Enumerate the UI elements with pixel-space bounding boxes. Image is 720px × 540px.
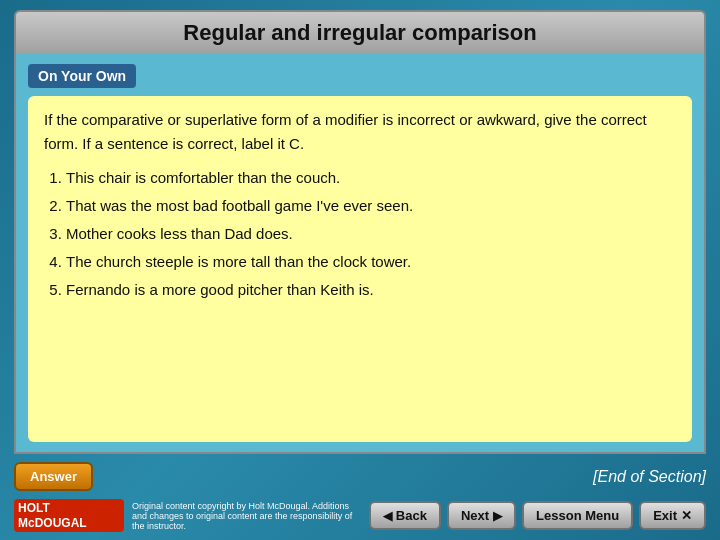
section-label: On Your Own xyxy=(28,64,136,88)
list-item: This chair is comfortabler than the couc… xyxy=(66,166,676,190)
back-button[interactable]: ◀ Back xyxy=(369,501,441,530)
answer-button[interactable]: Answer xyxy=(14,462,93,491)
exit-button[interactable]: Exit ✕ xyxy=(639,501,706,530)
next-arrow-icon: ▶ xyxy=(493,509,502,523)
intro-text: If the comparative or superlative form o… xyxy=(44,108,676,156)
next-button[interactable]: Next ▶ xyxy=(447,501,516,530)
bottom-bar: Answer [End of Section] xyxy=(14,454,706,495)
nav-bar: HOLTMcDOUGAL Original content copyright … xyxy=(14,495,706,534)
exit-label: Exit xyxy=(653,508,677,523)
page-wrapper: Regular and irregular comparison On Your… xyxy=(0,0,720,540)
back-label: Back xyxy=(396,508,427,523)
nav-buttons: ◀ Back Next ▶ Lesson Menu Exit ✕ xyxy=(369,501,706,530)
next-label: Next xyxy=(461,508,489,523)
exit-x-icon: ✕ xyxy=(681,508,692,523)
logo-text: HOLTMcDOUGAL xyxy=(18,501,87,530)
copyright-text: Original content copyright by Holt McDou… xyxy=(132,501,361,531)
list-item: The church steeple is more tall than the… xyxy=(66,250,676,274)
content-box: If the comparative or superlative form o… xyxy=(28,96,692,442)
list-item: Mother cooks less than Dad does. xyxy=(66,222,676,246)
end-section-label: [End of Section] xyxy=(593,468,706,486)
exercise-list: This chair is comfortabler than the couc… xyxy=(44,166,676,302)
page-title: Regular and irregular comparison xyxy=(14,10,706,54)
list-item: Fernando is a more good pitcher than Kei… xyxy=(66,278,676,302)
lesson-menu-button[interactable]: Lesson Menu xyxy=(522,501,633,530)
holt-logo: HOLTMcDOUGAL xyxy=(14,499,124,532)
main-content: On Your Own If the comparative or superl… xyxy=(14,54,706,454)
back-arrow-icon: ◀ xyxy=(383,509,392,523)
list-item: That was the most bad football game I've… xyxy=(66,194,676,218)
